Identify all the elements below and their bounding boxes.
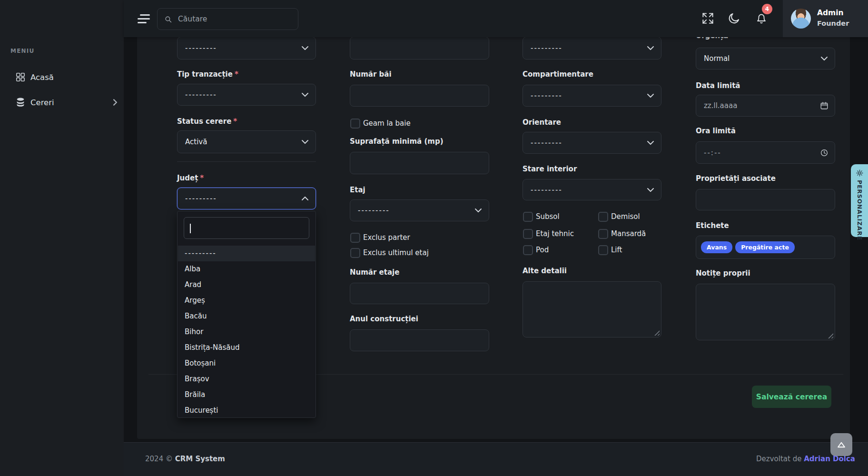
dropdown-option[interactable]: Brașov xyxy=(178,371,315,387)
text-caret xyxy=(190,224,191,233)
exclus-ultimul-etaj-checkbox[interactable] xyxy=(350,248,360,258)
calendar-icon[interactable] xyxy=(820,101,829,110)
sidebar-item-cereri[interactable]: Cereri xyxy=(0,92,124,113)
sidebar-item-label: Cereri xyxy=(30,98,54,107)
mansarda-checkbox[interactable] xyxy=(598,229,608,239)
urgenta-select[interactable]: Normal xyxy=(696,48,835,69)
etaj-select[interactable]: --------- xyxy=(350,199,489,221)
compartimentare-select[interactable]: --------- xyxy=(523,85,661,107)
field-label-data-limita: Data limită xyxy=(696,81,740,90)
brand-name: CRM System xyxy=(175,455,225,463)
exclus-ultimul-etaj-label: Exclus ultimul etaj xyxy=(363,248,429,257)
tip-tranzactie-select[interactable]: --------- xyxy=(177,84,316,106)
orientare-select[interactable]: --------- xyxy=(523,132,661,154)
dropdown-option[interactable]: Bihor xyxy=(178,324,315,340)
user-role: Founder xyxy=(817,20,849,27)
user-name: Admin xyxy=(817,9,844,17)
status-cerere-select[interactable]: Activă xyxy=(177,130,316,153)
dropdown-option[interactable]: București xyxy=(178,403,315,418)
resize-handle-icon[interactable] xyxy=(654,330,660,336)
notification-count-badge: 4 xyxy=(762,4,772,14)
chevron-up-icon xyxy=(302,197,308,201)
numar-etaje-input[interactable] xyxy=(350,283,489,304)
personalize-panel-tab[interactable]: PERSONALIZARE xyxy=(851,164,868,237)
sidebar-section-label: MENIU xyxy=(10,48,34,54)
top-select-col1[interactable]: --------- xyxy=(177,37,316,60)
top-input-col2[interactable] xyxy=(350,37,489,60)
search-box[interactable] xyxy=(157,8,298,30)
proprietati-asociate-input[interactable] xyxy=(696,189,835,210)
notifications-bell-icon[interactable] xyxy=(756,13,767,25)
chevron-down-icon xyxy=(475,208,482,213)
sidebar-item-acasa[interactable]: Acasă xyxy=(0,67,124,88)
triangle-up-icon xyxy=(837,441,846,449)
tag-chip[interactable]: Avans xyxy=(701,241,732,253)
top-select-col3[interactable]: --------- xyxy=(523,37,661,60)
sidebar: MENIU Acasă Cereri xyxy=(0,0,124,476)
chevron-down-icon xyxy=(647,141,654,145)
dropdown-option[interactable]: Brăila xyxy=(178,387,315,403)
dark-mode-moon-icon[interactable] xyxy=(728,12,740,25)
field-label-etichete: Etichete xyxy=(696,221,729,230)
copyright-text: 2024 © CRM System xyxy=(145,455,225,463)
anul-constructiei-input[interactable] xyxy=(350,329,489,351)
alte-detalii-textarea[interactable] xyxy=(523,281,661,337)
field-label-status-cerere: Status cerere* xyxy=(177,117,237,126)
stare-interior-select[interactable]: --------- xyxy=(523,179,661,200)
search-input[interactable] xyxy=(177,14,298,24)
notite-proprii-textarea[interactable] xyxy=(696,284,835,340)
chevron-down-icon xyxy=(647,188,654,192)
dropdown-option[interactable]: Bacău xyxy=(178,308,315,324)
demisol-label: Demisol xyxy=(611,212,640,221)
section-divider xyxy=(177,161,316,162)
field-label-suprafata-minima: Suprafață minimă (mp) xyxy=(350,137,444,146)
demisol-checkbox[interactable] xyxy=(598,212,608,222)
clock-icon[interactable] xyxy=(820,149,829,157)
suprafata-minima-input[interactable] xyxy=(350,152,489,174)
avatar[interactable] xyxy=(791,9,811,29)
data-limita-date-input[interactable]: zz.ll.aaaa xyxy=(696,95,835,117)
etaj-tehnic-checkbox[interactable] xyxy=(523,229,533,239)
field-label-tip-tranzactie: Tip tranzacție* xyxy=(177,70,238,79)
field-label-compartimentare: Compartimentare xyxy=(523,70,593,79)
exclus-parter-checkbox[interactable] xyxy=(350,233,360,243)
dropdown-option[interactable]: Botoșani xyxy=(178,356,315,371)
field-label-proprietati-asociate: Proprietăți asociate xyxy=(696,174,776,183)
user-menu[interactable]: Admin Founder xyxy=(783,0,868,37)
chevron-down-icon xyxy=(647,46,654,50)
fullscreen-icon[interactable] xyxy=(701,12,714,25)
judet-dropdown-panel: --------- Alba Arad Argeș Bacău Bihor Bi… xyxy=(177,211,316,418)
sidebar-toggle-button[interactable] xyxy=(138,14,150,23)
mansarda-label: Mansardă xyxy=(611,229,646,238)
dropdown-option[interactable]: Bistrița-Năsăud xyxy=(178,340,315,356)
lift-checkbox[interactable] xyxy=(598,245,608,255)
tag-chip[interactable]: Pregătire acte xyxy=(735,241,795,253)
chevron-down-icon xyxy=(302,46,308,50)
dropdown-option[interactable]: Alba xyxy=(178,261,315,277)
judet-dropdown-search[interactable] xyxy=(184,217,309,239)
exclus-parter-label: Exclus parter xyxy=(363,233,410,242)
chevron-down-icon xyxy=(647,94,654,98)
geam-la-baie-checkbox[interactable] xyxy=(350,119,360,129)
field-label-judet: Județ* xyxy=(177,174,204,182)
lift-label: Lift xyxy=(611,246,622,254)
numar-bai-input[interactable] xyxy=(350,85,489,107)
judet-search-input[interactable] xyxy=(184,218,309,238)
dropdown-option[interactable]: Arad xyxy=(178,277,315,293)
etichete-tags-input[interactable]: Avans Pregătire acte xyxy=(696,236,835,259)
ora-limita-time-input[interactable]: --:-- xyxy=(696,141,835,164)
resize-handle-icon[interactable] xyxy=(828,333,833,338)
dropdown-option[interactable]: --------- xyxy=(178,246,315,261)
personalize-tab-label: PERSONALIZARE xyxy=(856,180,863,240)
scroll-to-top-button[interactable] xyxy=(830,433,852,456)
database-icon xyxy=(15,97,26,108)
dropdown-option[interactable]: Argeș xyxy=(178,293,315,308)
save-button[interactable]: Salvează cererea xyxy=(752,386,831,408)
judet-select[interactable]: --------- xyxy=(177,188,316,209)
footer: 2024 © CRM System Dezvoltat de Adrian Do… xyxy=(124,442,868,476)
subsol-checkbox[interactable] xyxy=(523,212,533,222)
geam-la-baie-label: Geam la baie xyxy=(363,119,411,128)
pod-checkbox[interactable] xyxy=(523,245,533,255)
judet-options-list: --------- Alba Arad Argeș Bacău Bihor Bi… xyxy=(178,246,315,418)
chevron-down-icon xyxy=(302,93,308,97)
